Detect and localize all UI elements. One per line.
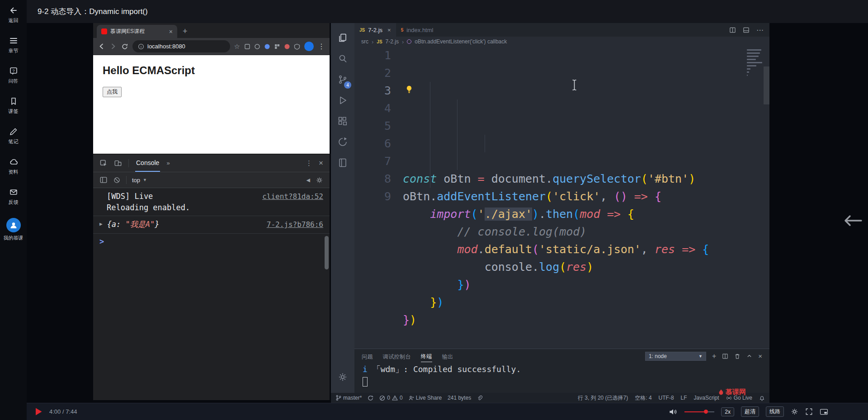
devtools-close-icon[interactable]: × [319, 159, 323, 168]
trash-icon[interactable] [734, 353, 741, 359]
close-icon[interactable]: × [387, 27, 391, 33]
panel-tab-terminal[interactable]: 终端 [421, 350, 432, 362]
speed-button[interactable]: 2x [721, 407, 734, 416]
encoding-status[interactable]: UTF-8 [659, 395, 674, 401]
reload-icon[interactable] [121, 43, 128, 50]
mail-icon [9, 188, 18, 197]
browser-tab[interactable]: 慕课网ES课程 × [97, 25, 177, 38]
new-tab-icon[interactable]: + [183, 27, 188, 35]
bookmark-star-icon[interactable]: ☆ [234, 42, 240, 51]
extension-icon[interactable] [254, 43, 260, 50]
device-toolbar-icon[interactable] [114, 159, 122, 167]
address-bar[interactable]: localhost:8080 [132, 40, 230, 52]
console-source-link[interactable]: client?81da:52 [262, 191, 323, 203]
play-button[interactable] [36, 408, 42, 415]
sidebar-item-materials[interactable]: 资料 [9, 157, 19, 175]
profile-avatar[interactable] [304, 42, 314, 51]
inspect-icon[interactable] [99, 159, 108, 167]
scrollbar-thumb[interactable] [325, 236, 329, 269]
sidebar-item-back[interactable]: 返回 [9, 6, 19, 24]
collapse-arrow-button[interactable] [842, 213, 863, 228]
expand-icon[interactable]: ▶ [99, 221, 103, 227]
js-context-selector[interactable]: top ▼ [132, 177, 147, 184]
close-panel-icon[interactable]: × [758, 353, 762, 359]
more-actions-icon[interactable]: ⋯ [756, 26, 764, 34]
sidebar-item-notes[interactable]: 笔记 [9, 127, 19, 145]
panel-tab-problems[interactable]: 问题 [362, 350, 373, 362]
explorer-icon[interactable] [332, 28, 354, 48]
volume-slider[interactable] [684, 410, 714, 414]
back-icon[interactable] [98, 42, 105, 50]
layout-icon[interactable] [743, 27, 750, 33]
console-output[interactable]: [WDS] Live Reloading enabled. client?81d… [93, 188, 330, 400]
panel-tab-debug-console[interactable]: 调试控制台 [383, 350, 411, 362]
extension-icon[interactable] [244, 43, 250, 50]
more-tabs-icon[interactable]: » [166, 160, 170, 166]
devtools-tab-console[interactable]: Console [135, 154, 160, 172]
breadcrumb-item[interactable]: 7-2.js [386, 38, 399, 45]
sidebar-item-bookmark[interactable]: 课签 [9, 97, 19, 115]
extension-icon[interactable] [294, 43, 300, 50]
theater-mode-icon[interactable] [820, 408, 828, 415]
new-terminal-icon[interactable]: + [712, 353, 716, 360]
sidebar-item-feedback[interactable]: 反馈 [9, 188, 19, 206]
tabbar-actions: ⋯ [723, 23, 769, 37]
eol-status[interactable]: LF [681, 395, 687, 401]
split-terminal-icon[interactable] [722, 353, 728, 359]
chevron-up-icon[interactable] [746, 353, 752, 359]
quality-button[interactable]: 超清 [741, 406, 759, 417]
indent-status[interactable]: 空格: 4 [635, 394, 651, 402]
page-button[interactable]: 点我 [103, 87, 122, 97]
file-size-status[interactable]: 241 bytes [448, 395, 471, 401]
extension-icon[interactable] [284, 43, 290, 50]
terminal-output[interactable]: i 「wdm」: Compiled successfully. [354, 363, 769, 393]
panel-tab-output[interactable]: 输出 [442, 350, 453, 362]
route-button[interactable]: 线路 [766, 406, 784, 417]
source-control-icon[interactable]: 4 [332, 69, 354, 90]
console-sidebar-icon[interactable] [99, 176, 108, 184]
git-branch-status[interactable]: master* [335, 395, 362, 401]
sidebar-item-qa[interactable]: ? 问答 [9, 66, 19, 85]
browser-menu-icon[interactable]: ⋮ [318, 42, 325, 51]
editor-tab-7-2-js[interactable]: JS 7-2.js × [354, 23, 396, 37]
close-icon[interactable]: × [169, 28, 173, 35]
info-icon[interactable] [138, 43, 144, 50]
sidebar-item-my-imooc[interactable]: 我的慕课 [4, 218, 24, 241]
sidebar-item-chapters[interactable]: 章节 [9, 36, 19, 54]
cursor-position-status[interactable]: 行 3, 列 20 (已选择7) [578, 394, 628, 402]
terminal-shell-select[interactable]: 1: node ▼ [645, 352, 706, 361]
extension-icon[interactable] [264, 43, 270, 50]
code-editor[interactable]: 123456789 const oBtn = document.querySel… [354, 47, 769, 349]
live-share-status[interactable]: Live Share [409, 395, 442, 401]
editor-scrollbar-thumb[interactable] [764, 66, 769, 104]
problems-status[interactable]: 0 0 [379, 395, 402, 401]
editor-tab-index-html[interactable]: 5 index.html [396, 23, 439, 37]
attach-icon[interactable] [477, 395, 482, 401]
settings-gear-icon[interactable] [332, 367, 354, 387]
collapse-icon[interactable]: ◀ [307, 177, 310, 183]
console-prompt-row[interactable]: > [93, 234, 330, 249]
console-source-link[interactable]: 7-2.js?b786:6 [267, 219, 323, 231]
devtools-menu-icon[interactable]: ⋮ [306, 159, 312, 167]
forward-icon[interactable] [109, 42, 117, 50]
clear-console-icon[interactable] [113, 176, 121, 184]
split-editor-icon[interactable] [729, 27, 736, 33]
bell-icon[interactable] [759, 395, 765, 401]
volume-icon[interactable] [669, 408, 678, 416]
extension-icon[interactable] [274, 43, 280, 50]
language-status[interactable]: JavaScript [694, 395, 719, 401]
sync-button[interactable] [368, 395, 373, 401]
live-share-icon[interactable] [332, 132, 354, 152]
console-settings-icon[interactable] [316, 176, 323, 184]
extensions-icon[interactable] [332, 111, 354, 132]
video-stage[interactable]: 慕课网ES课程 × + localhost:8080 ☆ [27, 23, 868, 403]
minimap[interactable] [747, 49, 763, 78]
fullscreen-icon[interactable] [805, 408, 813, 415]
breadcrumb-item[interactable]: src [361, 38, 368, 45]
search-icon[interactable] [332, 48, 354, 69]
breadcrumb-symbol[interactable]: oBtn.addEventListener('click') callback [415, 38, 507, 45]
notebook-icon[interactable] [332, 152, 354, 173]
player-settings-icon[interactable] [791, 408, 798, 415]
lightbulb-icon[interactable] [405, 85, 414, 94]
run-debug-icon[interactable] [332, 90, 354, 111]
